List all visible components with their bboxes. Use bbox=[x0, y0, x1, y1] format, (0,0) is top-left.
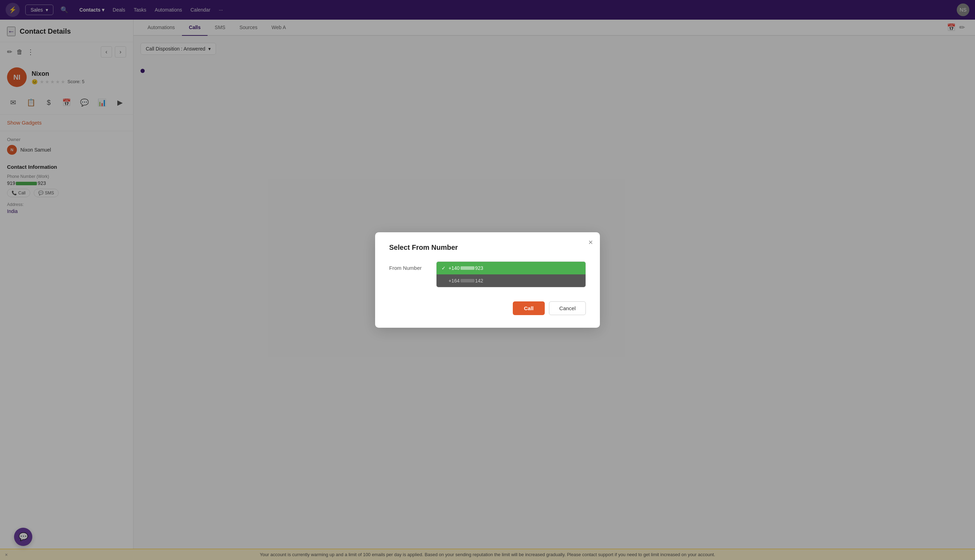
modal-overlay[interactable]: Select From Number × From Number ✓ +140 … bbox=[0, 0, 975, 560]
number-option-2-redacted bbox=[460, 279, 475, 282]
number-option-2-prefix: +164 bbox=[448, 278, 460, 283]
dropdown-option-2[interactable]: ✓ +164 142 bbox=[436, 274, 585, 287]
number-option-1-suffix: 923 bbox=[475, 265, 483, 271]
dropdown-option-1[interactable]: ✓ +140 923 bbox=[436, 262, 585, 274]
from-number-selector[interactable]: ✓ +140 923 ✓ +164 142 bbox=[436, 262, 586, 287]
modal-from-number-field: From Number ✓ +140 923 ✓ +164 142 bbox=[389, 262, 586, 287]
select-from-number-modal: Select From Number × From Number ✓ +140 … bbox=[375, 232, 600, 328]
modal-buttons: Call Cancel bbox=[389, 302, 586, 315]
from-number-label: From Number bbox=[389, 262, 428, 271]
modal-title: Select From Number bbox=[389, 243, 586, 252]
number-option-1-prefix: +140 bbox=[448, 265, 460, 271]
number-option-2-suffix: 142 bbox=[475, 278, 483, 283]
modal-close-button[interactable]: × bbox=[588, 238, 593, 247]
call-confirm-button[interactable]: Call bbox=[513, 302, 545, 315]
check-icon: ✓ bbox=[442, 265, 446, 271]
number-option-1-redacted bbox=[460, 266, 475, 270]
cancel-button[interactable]: Cancel bbox=[549, 302, 586, 315]
number-dropdown[interactable]: ✓ +140 923 ✓ +164 142 bbox=[436, 262, 586, 287]
